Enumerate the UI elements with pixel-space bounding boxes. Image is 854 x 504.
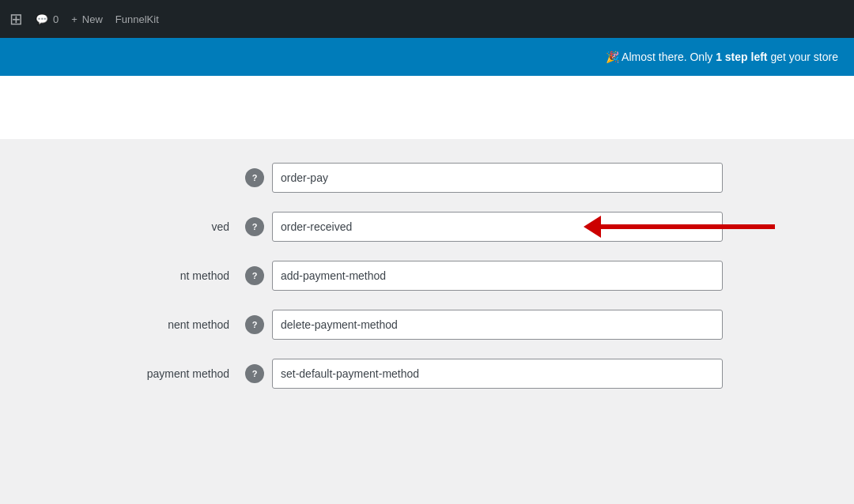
admin-bar: ⊞ 💬 0 + New FunnelKit	[0, 0, 854, 38]
help-order-pay[interactable]: ?	[245, 168, 264, 187]
main-content: ? ved ? nt method ? nent method ?	[0, 139, 854, 455]
label-order-received: ved	[87, 220, 245, 233]
label-set-default-payment: payment method	[87, 367, 245, 380]
funnelkit-menu[interactable]: FunnelKit	[115, 13, 159, 25]
form-row-set-default-payment: payment method ?	[87, 359, 767, 389]
form-row-order-received: ved ?	[87, 212, 767, 242]
new-label: New	[82, 13, 103, 25]
label-add-payment: nt method	[87, 269, 245, 282]
comment-icon: 💬	[36, 13, 48, 25]
notice-after: get your store	[770, 51, 838, 63]
wp-icon: ⊞	[9, 9, 23, 28]
notice-before: Almost there. Only	[622, 51, 716, 63]
notice-emoji: 🎉	[606, 51, 622, 63]
input-order-received[interactable]	[272, 212, 723, 242]
form-section: ? ved ? nt method ? nent method ?	[71, 163, 783, 389]
form-row-order-pay: ?	[87, 163, 767, 193]
new-menu[interactable]: + New	[71, 13, 103, 25]
help-add-payment[interactable]: ?	[245, 266, 264, 285]
comments-widget[interactable]: 💬 0	[36, 13, 59, 25]
form-row-add-payment: nt method ?	[87, 261, 767, 291]
input-delete-payment[interactable]	[272, 310, 723, 340]
plus-icon: +	[71, 13, 77, 25]
help-order-received[interactable]: ?	[245, 217, 264, 236]
help-set-default-payment[interactable]: ?	[245, 364, 264, 383]
white-spacer	[0, 76, 854, 139]
label-delete-payment: nent method	[87, 318, 245, 331]
input-set-default-payment[interactable]	[272, 359, 723, 389]
help-delete-payment[interactable]: ?	[245, 315, 264, 334]
notice-text: 🎉 Almost there. Only 1 step left get you…	[606, 51, 838, 63]
comments-count: 0	[53, 13, 59, 25]
notice-bold: 1 step left	[716, 51, 767, 63]
input-add-payment[interactable]	[272, 261, 723, 291]
form-row-delete-payment: nent method ?	[87, 310, 767, 340]
input-order-pay[interactable]	[272, 163, 723, 193]
funnelkit-label: FunnelKit	[115, 13, 159, 25]
notice-bar: 🎉 Almost there. Only 1 step left get you…	[0, 38, 854, 76]
